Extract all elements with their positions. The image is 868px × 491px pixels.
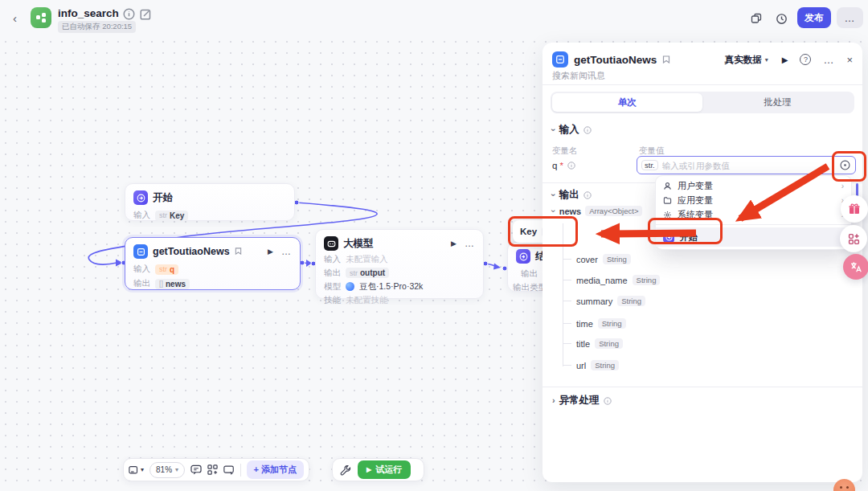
gift-icon bbox=[848, 203, 861, 215]
test-run-button[interactable]: ▶ 试运行 bbox=[358, 460, 411, 479]
menu-item-user-variables[interactable]: 用户变量 › bbox=[656, 178, 851, 193]
menu-item-label: 用户变量 bbox=[678, 180, 713, 192]
node-run-icon[interactable]: ▶ bbox=[451, 239, 457, 248]
menu-item-app-variables[interactable]: 应用变量 › bbox=[656, 193, 851, 207]
output-field-row: titleString bbox=[563, 338, 623, 349]
canvas-toolbar: ▾ 81% ▾ + 添加节点 bbox=[123, 458, 309, 481]
info-icon bbox=[567, 162, 575, 170]
start-node-icon bbox=[133, 190, 148, 205]
close-icon[interactable]: × bbox=[846, 54, 853, 66]
panel-plugin-icon bbox=[552, 51, 568, 68]
back-icon[interactable]: ‹ bbox=[13, 11, 17, 25]
required-asterisk: * bbox=[559, 161, 563, 170]
plugin-q-chip: str q bbox=[155, 264, 178, 275]
add-widget-button[interactable] bbox=[840, 225, 867, 252]
output-section-header[interactable]: › 输出 bbox=[552, 188, 592, 202]
chevron-right-icon: › bbox=[841, 182, 844, 190]
column-variable-value: 变量值 bbox=[639, 145, 665, 157]
caret-down-icon: ▾ bbox=[765, 56, 768, 63]
output-root-name: news bbox=[559, 207, 582, 216]
node-more-icon[interactable]: … bbox=[465, 238, 475, 249]
field-type: String bbox=[617, 296, 645, 306]
chip-name: Key bbox=[170, 211, 184, 220]
output-field-row: coverString bbox=[563, 254, 631, 264]
field-type: String bbox=[598, 318, 626, 329]
start-input-label: 输入 bbox=[133, 210, 150, 221]
output-root-type: Array<Object> bbox=[585, 206, 642, 216]
array-icon: [] bbox=[159, 280, 163, 288]
tab-batch[interactable]: 批处理 bbox=[702, 93, 853, 112]
wrench-icon[interactable] bbox=[339, 464, 351, 476]
output-root-row[interactable]: › news Array<Object> bbox=[552, 206, 642, 216]
info-icon[interactable] bbox=[123, 8, 135, 20]
node-llm[interactable]: 大模型 ▶ … 输入 未配置输入 输出 str output 模型 豆包·1.5… bbox=[315, 229, 484, 299]
variable-value-field: str. bbox=[637, 156, 856, 174]
collapse-icon: › bbox=[549, 210, 558, 213]
divider bbox=[542, 387, 862, 387]
autosave-badge: 已自动保存 20:20:15 bbox=[58, 21, 136, 33]
history-icon[interactable] bbox=[774, 11, 788, 26]
select-frame-icon[interactable] bbox=[223, 464, 235, 476]
variable-value-input[interactable] bbox=[662, 161, 835, 170]
panel-more-icon[interactable]: … bbox=[823, 54, 834, 66]
exception-section-header[interactable]: › 异常处理 bbox=[552, 394, 612, 407]
field-name: media_name bbox=[576, 276, 628, 285]
data-mode-label: 真实数据 bbox=[725, 54, 762, 66]
llm-input-label: 输入 bbox=[324, 254, 341, 265]
output-field-row: timeString bbox=[563, 318, 626, 329]
field-type: String bbox=[633, 275, 661, 285]
input-section-title: 输入 bbox=[559, 123, 579, 137]
llm-node-title: 大模型 bbox=[343, 237, 374, 251]
add-node-label: 添加节点 bbox=[261, 464, 297, 474]
header-more-button[interactable]: … bbox=[837, 7, 863, 28]
divider bbox=[542, 84, 862, 85]
panel-run-icon[interactable]: ▶ bbox=[782, 55, 788, 64]
help-icon[interactable]: ? bbox=[800, 54, 811, 65]
test-run-label: 试运行 bbox=[375, 464, 402, 476]
end-output-label: 输出 bbox=[521, 268, 538, 280]
output-field-row: media_nameString bbox=[563, 275, 660, 285]
edit-icon[interactable] bbox=[140, 8, 152, 20]
gift-button[interactable] bbox=[841, 195, 868, 223]
llm-input-value: 未配置输入 bbox=[346, 254, 388, 265]
bookmark-icon[interactable] bbox=[662, 55, 670, 63]
workflow-glyph bbox=[35, 12, 47, 23]
start-key-chip: str Key bbox=[155, 211, 188, 221]
user-icon bbox=[663, 182, 672, 190]
translate-button[interactable] bbox=[843, 254, 868, 280]
auto-layout-icon[interactable] bbox=[207, 464, 218, 476]
caret-down-icon: ▾ bbox=[141, 466, 144, 473]
llm-skill-label: 技能 bbox=[324, 295, 341, 306]
comment-icon[interactable] bbox=[190, 464, 202, 476]
node-more-icon[interactable]: … bbox=[281, 246, 292, 257]
panel-subtitle: 搜索新闻讯息 bbox=[552, 70, 605, 82]
node-run-icon[interactable]: ▶ bbox=[268, 248, 273, 256]
plugin-news-chip: [] news bbox=[155, 279, 190, 289]
play-icon: ▶ bbox=[366, 466, 371, 473]
workflow-app-icon bbox=[31, 7, 51, 28]
chip-type: str bbox=[159, 265, 167, 273]
bookmark-icon[interactable] bbox=[235, 248, 242, 256]
canvas-view-selector[interactable]: ▾ bbox=[129, 464, 144, 476]
add-node-button[interactable]: + 添加节点 bbox=[247, 460, 305, 479]
node-start[interactable]: 开始 输入 str Key bbox=[125, 183, 295, 221]
llm-model-label: 模型 bbox=[324, 281, 341, 293]
field-name: title bbox=[576, 339, 590, 349]
annotation-box-key-tooltip bbox=[508, 216, 578, 247]
field-name: cover bbox=[576, 255, 598, 264]
tab-single[interactable]: 单次 bbox=[552, 93, 702, 112]
output-field-row: summaryString bbox=[563, 296, 645, 306]
page-title: info_search bbox=[58, 7, 119, 19]
publish-button[interactable]: 发布 bbox=[797, 7, 831, 28]
collapse-icon: › bbox=[549, 194, 558, 197]
top-header: ‹ info_search 已自动保存 20:20:15 bbox=[0, 0, 868, 36]
node-plugin-gettoutiaonews[interactable]: getToutiaoNews ▶ … 输入 str q 输出 [] news bbox=[125, 237, 301, 290]
data-mode-dropdown[interactable]: 真实数据 ▾ bbox=[725, 54, 768, 66]
input-section-header[interactable]: › 输入 bbox=[552, 123, 592, 137]
zoom-level: 81% bbox=[156, 465, 172, 474]
expand-icon: › bbox=[552, 396, 555, 405]
end-output-type-label: 输出类型 bbox=[513, 282, 547, 293]
field-name: time bbox=[576, 319, 593, 329]
zoom-level-selector[interactable]: 81% ▾ bbox=[149, 462, 185, 478]
duplicate-icon[interactable] bbox=[749, 11, 764, 26]
